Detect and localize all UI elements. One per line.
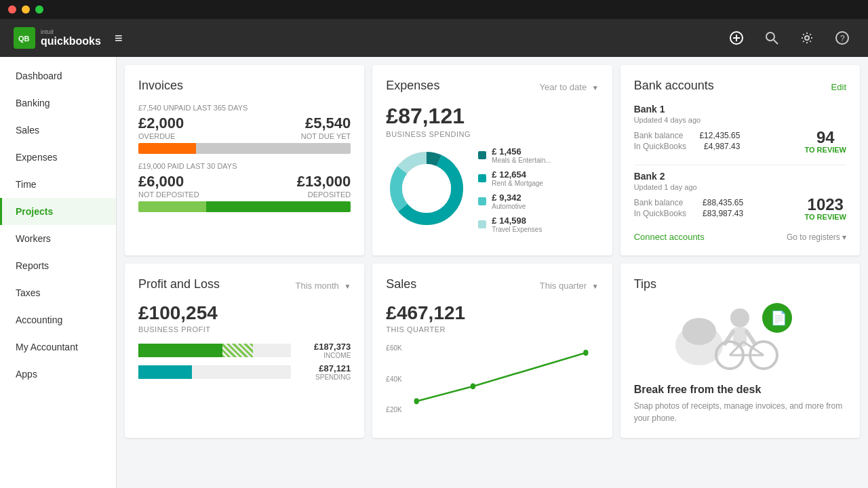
sidebar: Dashboard Banking Sales Expenses Time Pr… — [0, 57, 117, 488]
sales-amount: £467,121 — [386, 302, 598, 324]
progress-notdeposited — [138, 201, 206, 212]
pl-spending-row: £87,121 SPENDING — [138, 363, 351, 381]
expenses-amount: £87,121 — [386, 104, 598, 129]
legend-color-2 — [478, 174, 486, 182]
sales-title: Sales — [386, 277, 416, 291]
invoices-notdue-label: NOT DUE YET — [301, 132, 351, 140]
invoices-paid-bar — [138, 201, 351, 212]
bank1-section: Bank 1 Updated 4 days ago Bank balance £… — [634, 104, 846, 154]
progress-notdue — [196, 143, 351, 154]
legend-item-1: £ 1,456 Meals & Entertain... — [478, 146, 551, 164]
svg-point-4 — [766, 33, 774, 41]
bank2-qb-amount: £83,987.43 — [703, 209, 743, 218]
progress-overdue — [138, 143, 196, 154]
pl-income-amount: £187,373 — [296, 342, 351, 352]
expenses-sublabel: BUSINESS SPENDING — [386, 130, 598, 138]
app-logo: QB intuit quickbooks — [14, 27, 101, 49]
logo-text: intuit quickbooks — [41, 28, 101, 47]
sidebar-item-reports[interactable]: Reports — [0, 252, 116, 279]
tips-card-text: Snap photos of receipts, manage invoices… — [634, 400, 846, 424]
pl-spending-amount: £87,121 — [296, 363, 351, 373]
svg-text:📄: 📄 — [770, 310, 787, 326]
pl-filter[interactable]: This month ▼ — [295, 281, 351, 291]
chart-label-60k: £60K — [386, 344, 401, 352]
bank1-qb-amount: £4,987.43 — [704, 142, 740, 151]
pl-sublabel: BUSINESS PROFIT — [138, 325, 351, 333]
pl-spending-label: SPENDING — [296, 373, 351, 381]
invoices-title: Invoices — [138, 79, 183, 93]
sales-filter[interactable]: This quarter ▼ — [540, 281, 599, 291]
bank-title: Bank accounts — [634, 79, 714, 93]
bank1-review[interactable]: 94 TO REVIEW — [804, 129, 846, 154]
sidebar-item-apps[interactable]: Apps — [0, 361, 116, 388]
expenses-legend: £ 1,456 Meals & Entertain... £ 12,654 Re… — [478, 146, 551, 233]
sidebar-item-workers[interactable]: Workers — [0, 225, 116, 252]
bank1-qb-label: In QuickBooks — [634, 142, 686, 151]
sidebar-item-projects[interactable]: Projects — [0, 198, 116, 225]
connect-accounts-button[interactable]: Connect accounts — [634, 232, 705, 242]
close-button[interactable] — [8, 5, 16, 14]
sidebar-item-taxes[interactable]: Taxes — [0, 279, 116, 306]
svg-point-20 — [730, 308, 749, 327]
legend-color-1 — [478, 151, 486, 159]
pl-title: Profit and Loss — [138, 277, 220, 291]
pl-income-solid — [138, 344, 222, 357]
logo-icon: QB — [14, 27, 35, 49]
invoices-card: Invoices £7,540 UNPAID LAST 365 DAYS £2,… — [125, 65, 364, 256]
sidebar-item-sales[interactable]: Sales — [0, 117, 116, 144]
svg-line-23 — [747, 331, 755, 344]
svg-text:QB: QB — [18, 35, 30, 43]
help-button[interactable]: ? — [830, 26, 854, 50]
menu-button[interactable]: ≡ — [115, 30, 123, 46]
invoices-unpaid-label: £7,540 UNPAID LAST 365 DAYS — [138, 104, 351, 112]
bank1-review-label[interactable]: TO REVIEW — [804, 146, 846, 154]
svg-point-17 — [583, 350, 588, 356]
bank1-balance-amount: £12,435.65 — [699, 131, 740, 140]
search-button[interactable] — [760, 26, 784, 50]
chart-label-40k: £40K — [386, 375, 401, 383]
bank2-balance-label: Bank balance — [634, 198, 684, 207]
pl-income-bar — [138, 344, 291, 357]
invoices-paid-label: £19,000 PAID LAST 30 DAYS — [138, 162, 351, 170]
invoices-overdue-label: OVERDUE — [138, 132, 184, 140]
svg-text:?: ? — [840, 34, 845, 43]
main-content: Invoices £7,540 UNPAID LAST 365 DAYS £2,… — [117, 57, 868, 488]
tips-title: Tips — [634, 277, 846, 291]
sidebar-item-time[interactable]: Time — [0, 171, 116, 198]
bank2-updated: Updated 1 day ago — [634, 183, 846, 191]
sidebar-item-dashboard[interactable]: Dashboard — [0, 62, 116, 89]
invoices-notdeposited-label: NOT DEPOSITED — [138, 190, 199, 199]
add-button[interactable] — [724, 26, 749, 50]
bank2-balance-amount: £88,435.65 — [703, 198, 743, 207]
sales-card: Sales This quarter ▼ £467,121 THIS QUART… — [372, 264, 612, 438]
chart-label-20k: £20K — [386, 406, 401, 413]
maximize-button[interactable] — [35, 5, 43, 14]
sidebar-item-banking[interactable]: Banking — [0, 89, 116, 117]
bank2-review-label[interactable]: TO REVIEW — [804, 213, 846, 221]
sidebar-item-accounting[interactable]: Accounting — [0, 306, 116, 333]
sidebar-item-myaccountant[interactable]: My Accountant — [0, 333, 116, 361]
settings-button[interactable] — [795, 26, 819, 50]
tips-card: Tips — [620, 264, 860, 438]
tips-card-title: Break free from the desk — [634, 384, 846, 396]
profit-loss-card: Profit and Loss This month ▼ £100,254 BU… — [125, 264, 364, 438]
bank2-name: Bank 2 — [634, 171, 846, 182]
svg-point-15 — [414, 399, 419, 405]
tips-illustration: 📄 — [634, 294, 846, 375]
bank1-balance-label: Bank balance — [634, 131, 684, 140]
bank1-updated: Updated 4 days ago — [634, 116, 846, 124]
go-to-registers-button[interactable]: Go to registers ▾ — [787, 232, 846, 242]
pl-spending-bar — [138, 365, 291, 379]
expenses-filter[interactable]: Year to date ▼ — [539, 82, 598, 92]
pl-income-hatched — [222, 344, 253, 357]
pl-income-row: £187,373 INCOME — [138, 342, 351, 359]
sidebar-item-expenses[interactable]: Expenses — [0, 144, 116, 171]
bank1-name: Bank 1 — [634, 104, 846, 115]
bank2-review[interactable]: 1023 TO REVIEW — [804, 197, 846, 221]
legend-item-4: £ 14,598 Travel Expenses — [478, 216, 551, 233]
sales-sublabel: THIS QUARTER — [386, 325, 598, 333]
invoices-overdue-amount: £2,000 — [138, 115, 184, 132]
pl-amount: £100,254 — [138, 302, 351, 324]
bank-edit-button[interactable]: Edit — [831, 82, 846, 92]
minimize-button[interactable] — [22, 5, 30, 14]
